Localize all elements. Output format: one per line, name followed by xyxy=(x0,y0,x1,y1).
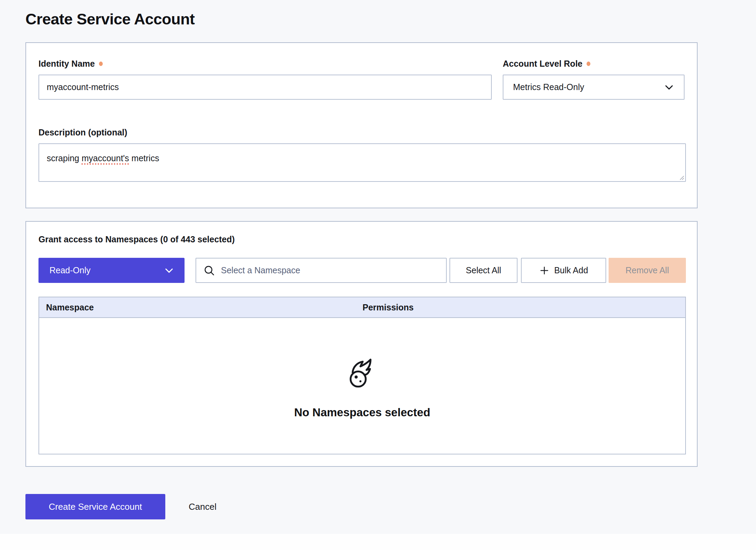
column-header-permissions: Permissions xyxy=(363,302,414,312)
textarea-resize-handle-icon[interactable] xyxy=(679,175,684,180)
identity-form-card: Identity Name Account Level Role Metrics… xyxy=(25,42,698,208)
description-label-row: Description (optional) xyxy=(38,127,685,138)
namespace-access-card: Grant access to Namespaces (0 of 443 sel… xyxy=(25,221,698,467)
select-all-label: Select All xyxy=(466,265,501,275)
create-service-account-button[interactable]: Create Service Account xyxy=(25,494,165,519)
account-level-role-value: Metrics Read-Only xyxy=(513,82,584,92)
misspelled-word: myaccount's xyxy=(81,153,129,163)
description-text: scraping myaccount's metrics xyxy=(47,153,159,163)
chevron-down-icon xyxy=(163,265,175,276)
comet-icon xyxy=(346,358,378,390)
namespace-search xyxy=(196,258,447,283)
identity-name-label: Identity Name xyxy=(38,59,95,69)
chevron-down-icon xyxy=(663,81,675,93)
permission-select[interactable]: Read-Only xyxy=(38,258,185,283)
bulk-add-label: Bulk Add xyxy=(554,265,588,275)
column-header-namespace: Namespace xyxy=(46,302,94,312)
permission-select-value: Read-Only xyxy=(49,265,91,275)
namespace-access-heading: Grant access to Namespaces (0 of 443 sel… xyxy=(38,234,685,245)
bottom-strip xyxy=(0,534,756,550)
required-dot-icon xyxy=(587,62,590,66)
account-level-role-label-row: Account Level Role xyxy=(503,58,685,69)
plus-icon xyxy=(539,265,549,276)
namespaces-table: Namespace Permissions No Namespaces sele… xyxy=(38,297,686,454)
namespace-toolbar: Read-Only Select All Bulk Add Remove All xyxy=(38,258,685,283)
identity-name-label-row: Identity Name xyxy=(38,58,492,69)
remove-all-button[interactable]: Remove All xyxy=(609,258,686,283)
footer-actions: Create Service Account Cancel xyxy=(25,494,216,519)
namespaces-table-header: Namespace Permissions xyxy=(39,297,685,318)
select-all-button[interactable]: Select All xyxy=(449,258,518,283)
namespaces-table-body: No Namespaces selected xyxy=(39,318,685,454)
cancel-button[interactable]: Cancel xyxy=(189,502,216,512)
identity-name-input[interactable] xyxy=(38,75,492,100)
description-label: Description (optional) xyxy=(38,128,127,138)
search-icon xyxy=(203,264,215,277)
account-level-role-select[interactable]: Metrics Read-Only xyxy=(503,75,685,100)
required-dot-icon xyxy=(99,62,103,66)
empty-state-message: No Namespaces selected xyxy=(294,406,430,419)
namespace-search-input[interactable] xyxy=(196,258,447,283)
description-textarea[interactable]: scraping myaccount's metrics xyxy=(38,143,686,182)
page-title: Create Service Account xyxy=(25,10,195,28)
bulk-add-button[interactable]: Bulk Add xyxy=(521,258,606,283)
remove-all-label: Remove All xyxy=(625,265,669,275)
account-level-role-label: Account Level Role xyxy=(503,59,582,69)
